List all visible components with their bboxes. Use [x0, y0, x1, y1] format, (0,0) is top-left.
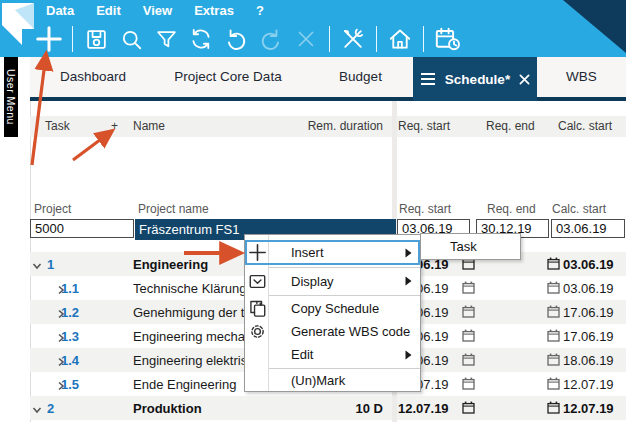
submenu-arrow-icon: [405, 350, 412, 360]
menubar-item-extras[interactable]: Extras: [194, 3, 234, 18]
calendar-icon[interactable]: [547, 353, 560, 369]
menubar-item-view[interactable]: View: [143, 3, 172, 18]
submenu-arrow-icon: [405, 248, 412, 258]
calendar-icon[interactable]: [547, 281, 560, 297]
menubar-item-edit[interactable]: Edit: [96, 3, 121, 18]
save-icon: [84, 27, 109, 52]
menu-item-insert[interactable]: Insert: [245, 240, 420, 265]
task-number[interactable]: 1.5: [61, 377, 79, 392]
task-name[interactable]: Produktion: [133, 401, 278, 416]
menu-item-label: Insert: [291, 245, 324, 260]
task-calc-start[interactable]: 12.07.19: [563, 401, 614, 416]
menu-item-un-mark[interactable]: (Un)Mark: [245, 370, 420, 391]
task-number[interactable]: 1.4: [61, 353, 79, 368]
col-rem-duration[interactable]: Rem. duration: [280, 119, 383, 133]
chevron-down-icon[interactable]: [32, 259, 42, 274]
calendar-icon[interactable]: [547, 377, 560, 393]
search-button[interactable]: [116, 23, 146, 55]
calendar-icon[interactable]: [547, 257, 560, 273]
save-button[interactable]: [81, 23, 111, 55]
menu-separator: [269, 295, 420, 296]
task-rem-duration[interactable]: 10 D: [280, 401, 383, 416]
menu-item-edit[interactable]: Edit: [245, 343, 420, 366]
col-name[interactable]: Name: [133, 119, 165, 133]
task-calc-start[interactable]: 03.06.19: [563, 257, 614, 272]
tools-icon: [340, 26, 366, 52]
task-calc-start[interactable]: 12.07.19: [563, 377, 614, 392]
menu-item-generate-wbs-code[interactable]: Generate WBS code: [245, 320, 420, 343]
plus-icon: [248, 244, 266, 261]
close-icon: [294, 27, 318, 51]
col-calc-start[interactable]: Calc. start: [558, 119, 612, 133]
calendar-icon[interactable]: [462, 329, 475, 345]
project-id-cell[interactable]: 5000: [30, 219, 134, 238]
task-number[interactable]: 1.3: [61, 329, 79, 344]
toolbar-separator: [376, 26, 377, 52]
task-calc-start[interactable]: 17.06.19: [563, 305, 614, 320]
menubar-item-data[interactable]: Data: [46, 3, 74, 18]
user-menu-strip[interactable]: User Menu: [4, 57, 18, 137]
submenu-item-task[interactable]: Task: [450, 239, 477, 254]
tab-close-icon[interactable]: [519, 74, 530, 85]
calendar-icon[interactable]: [462, 377, 475, 393]
task-calc-start[interactable]: 18.06.19: [563, 353, 614, 368]
menubar: DataEditViewExtras?: [46, 3, 264, 18]
refresh-button[interactable]: [186, 23, 216, 55]
calendar-icon[interactable]: [462, 305, 475, 321]
undo-button[interactable]: [221, 23, 251, 55]
project-col-header: Project: [34, 202, 71, 216]
task-number[interactable]: 1: [47, 257, 54, 272]
home-button[interactable]: [385, 23, 415, 55]
dropdown-icon: [248, 273, 266, 290]
add-column-button[interactable]: +: [111, 119, 118, 133]
filter-button[interactable]: [151, 23, 181, 55]
menu-item-label: Generate WBS code: [291, 324, 410, 339]
menubar-item-help[interactable]: ?: [256, 3, 264, 18]
project-calc-start-cell[interactable]: 03.06.19: [551, 219, 625, 238]
menu-item-display[interactable]: Display: [245, 269, 420, 293]
filter-icon: [154, 27, 179, 52]
menu-item-copy-schedule[interactable]: Copy Schedule: [245, 297, 420, 320]
chevron-down-icon[interactable]: [32, 403, 42, 418]
redo-icon: [258, 26, 284, 52]
calendar-icon[interactable]: [547, 305, 560, 321]
calendar-icon[interactable]: [547, 401, 560, 417]
task-req-start[interactable]: 12.07.19: [398, 401, 449, 416]
tab-project-core-data[interactable]: Project Core Data: [148, 57, 308, 97]
task-calc-start[interactable]: 03.06.19: [563, 281, 614, 296]
tab-menu-icon[interactable]: [420, 72, 436, 86]
task-number[interactable]: 1.2: [61, 305, 79, 320]
gear-icon: [248, 323, 266, 340]
toolbar-separator: [423, 26, 424, 52]
tab-dashboard[interactable]: Dashboard: [38, 57, 148, 97]
col-task[interactable]: Task: [45, 119, 70, 133]
calendar-icon[interactable]: [547, 329, 560, 345]
calendar-button[interactable]: [432, 23, 462, 55]
calendar-icon[interactable]: [462, 353, 475, 369]
tools-button[interactable]: [338, 23, 368, 55]
calendar-icon[interactable]: [462, 401, 475, 417]
tab-wbs[interactable]: WBS: [537, 57, 626, 97]
tab-budget[interactable]: Budget: [308, 57, 413, 97]
tab-label: Schedule*: [445, 72, 510, 87]
close-button: [291, 23, 321, 55]
task-number[interactable]: 2: [47, 401, 54, 416]
calendar-icon[interactable]: [462, 281, 475, 297]
toolbar-separator: [72, 26, 73, 52]
add-icon: [34, 24, 64, 54]
task-row[interactable]: 2Produktion10 D12.07.1912.07.19: [30, 396, 626, 420]
col-req-start[interactable]: Req. start: [398, 119, 450, 133]
tab-schedule[interactable]: Schedule*: [413, 57, 537, 101]
col-req-end[interactable]: Req. end: [486, 119, 535, 133]
menu-separator: [269, 267, 420, 268]
toolbar: [34, 23, 462, 55]
task-number[interactable]: 1.1: [61, 281, 79, 296]
copy-icon: [248, 300, 266, 317]
project-calc-start-header: Calc. start: [552, 202, 606, 216]
task-calc-start[interactable]: 17.06.19: [563, 329, 614, 344]
project-req-end-header: Req. end: [487, 202, 536, 216]
project-req-start-header: Req. start: [399, 202, 451, 216]
refresh-icon: [188, 26, 214, 52]
menu-item-label: Edit: [291, 347, 313, 362]
add-button[interactable]: [34, 23, 64, 55]
